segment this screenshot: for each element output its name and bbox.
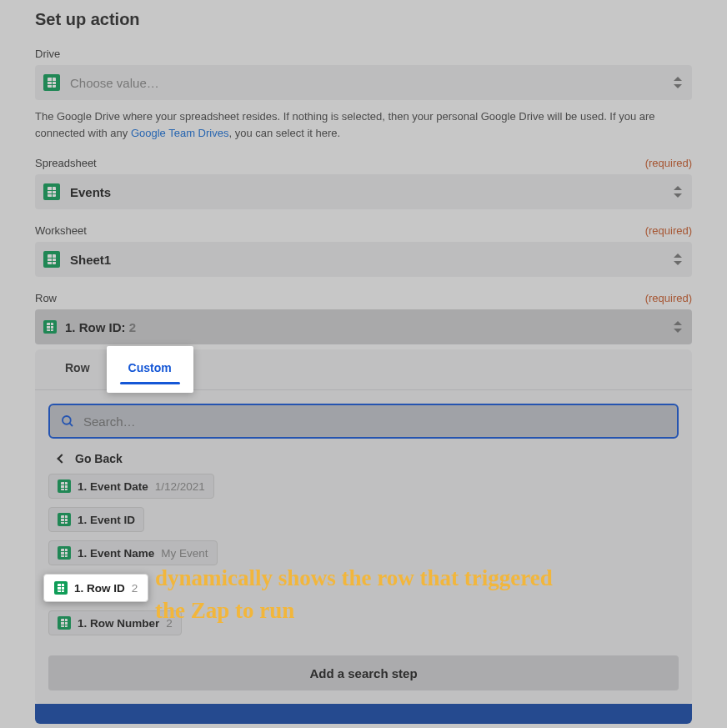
sort-caret-icon	[674, 321, 682, 333]
spreadsheet-required: (required)	[645, 157, 692, 169]
tab-custom[interactable]: Custom	[107, 346, 193, 393]
go-back-button[interactable]: Go Back	[35, 452, 692, 474]
field-spreadsheet: Spreadsheet (required) Events	[35, 157, 692, 209]
row-label: Row	[35, 292, 57, 304]
team-drives-link[interactable]: Google Team Drives	[131, 127, 229, 139]
worksheet-required: (required)	[645, 224, 692, 237]
search-icon	[60, 414, 75, 429]
drive-label: Drive	[35, 48, 60, 60]
row-select[interactable]: 1. Row ID: 2	[35, 309, 692, 344]
chevron-left-icon	[57, 454, 66, 464]
sheets-icon	[43, 320, 57, 334]
field-row: Row (required) 1. Row ID: 2	[35, 292, 692, 344]
sheets-icon	[54, 581, 68, 595]
field-drive: Drive Choose value… The Google Drive whe…	[35, 48, 692, 142]
worksheet-value: Sheet1	[70, 253, 111, 267]
field-worksheet: Worksheet (required) Sheet1	[35, 224, 692, 277]
sort-caret-icon	[674, 186, 682, 198]
row-dropdown-panel: Row Custom Go Back 1. Event Date 1/12/20…	[35, 349, 692, 704]
drive-select[interactable]: Choose value…	[35, 65, 692, 100]
dropdown-tabs: Row Custom	[35, 349, 692, 390]
option-event-date[interactable]: 1. Event Date 1/12/2021	[48, 474, 214, 499]
worksheet-label: Worksheet	[35, 224, 87, 237]
spreadsheet-label: Spreadsheet	[35, 157, 97, 169]
option-event-id[interactable]: 1. Event ID	[48, 507, 144, 532]
annotation-text: dynamically shows the row that triggered…	[155, 562, 572, 627]
sheets-icon	[58, 616, 71, 630]
spreadsheet-value: Events	[70, 185, 111, 199]
svg-line-1	[69, 424, 73, 427]
sheets-icon	[43, 74, 60, 91]
search-input[interactable]	[83, 414, 667, 429]
add-search-step-button[interactable]: Add a search step	[48, 655, 679, 690]
drive-placeholder: Choose value…	[70, 76, 159, 90]
row-required: (required)	[645, 292, 692, 304]
page-title: Set up action	[35, 10, 692, 29]
tab-row[interactable]: Row	[48, 349, 107, 389]
search-box[interactable]	[48, 404, 679, 439]
option-row-id[interactable]: 1. Row ID 2	[43, 574, 148, 602]
sheets-icon	[58, 546, 71, 560]
sheets-icon	[58, 513, 71, 526]
drive-help: The Google Drive where your spreadsheet …	[35, 108, 692, 142]
sort-caret-icon	[674, 77, 682, 88]
row-value: 1. Row ID: 2	[65, 320, 136, 334]
sheets-icon	[43, 251, 60, 268]
save-continue-bar[interactable]	[35, 704, 692, 724]
worksheet-select[interactable]: Sheet1	[35, 242, 692, 277]
spreadsheet-select[interactable]: Events	[35, 174, 692, 209]
sheets-icon	[58, 479, 71, 493]
sheets-icon	[43, 183, 60, 200]
sort-caret-icon	[674, 254, 682, 265]
svg-point-0	[63, 416, 71, 424]
